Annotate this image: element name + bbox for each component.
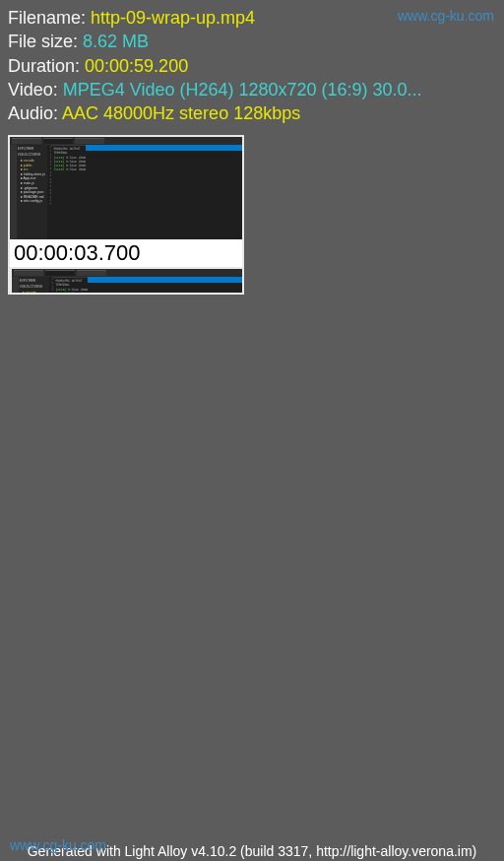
duration-value: 00:00:59.200 (85, 56, 188, 76)
filesize-value: 8.62 MB (83, 32, 149, 51)
duration-line: Duration: 00:00:59.200 (8, 54, 496, 78)
video-line: Video: MPEG4 Video (H264) 1280x720 (16:9… (8, 78, 496, 101)
filename-value: http-09-wrap-up.mp4 (91, 8, 255, 28)
thumbnail[interactable]: EXPLORERVUEJS-COURSE▸ vscode▸ public▸ sr… (10, 267, 244, 295)
thumbnail-image: EXPLORERVUEJS-COURSE▸ vscode▸ public▸ sr… (12, 269, 244, 295)
duration-label: Duration: (8, 56, 85, 76)
audio-value: AAC 48000Hz stereo 128kbps (62, 103, 300, 123)
thumbnail-timestamp: 00:00:03.700 (10, 239, 242, 267)
watermark-bottom: www.cg-ku.com (10, 837, 106, 853)
thumbnail[interactable]: EXPLORERVUEJS-COURSE▸ vscode▸ public▸ sr… (8, 135, 244, 295)
thumbnail-image: EXPLORERVUEJS-COURSE▸ vscode▸ public▸ sr… (10, 137, 242, 267)
watermark-top: www.cg-ku.com (398, 8, 494, 24)
filename-label: Filename: (8, 8, 91, 28)
thumbnail-grid: EXPLORERVUEJS-COURSE▸ vscode▸ public▸ sr… (0, 127, 504, 302)
video-value: MPEG4 Video (H264) 1280x720 (16:9) 30.0.… (63, 80, 422, 99)
filesize-line: File size: 8.62 MB (8, 30, 496, 53)
video-label: Video: (8, 80, 63, 99)
audio-label: Audio: (8, 103, 62, 123)
filesize-label: File size: (8, 32, 83, 51)
audio-line: Audio: AAC 48000Hz stereo 128kbps (8, 101, 496, 125)
